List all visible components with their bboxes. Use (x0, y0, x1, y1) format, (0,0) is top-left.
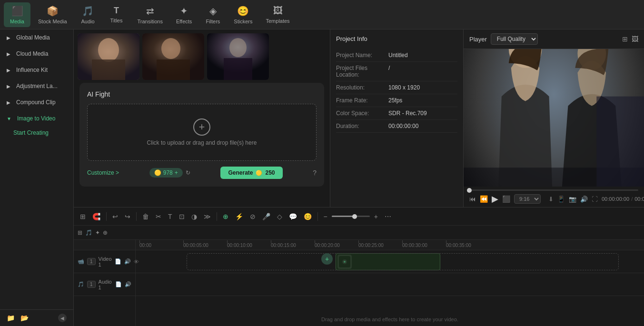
zoom-in-button[interactable]: + (372, 211, 380, 222)
progress-bar[interactable] (469, 189, 638, 191)
upload-area[interactable]: + Click to upload or drag and drop file(… (87, 104, 317, 161)
nav-item-templates[interactable]: 🖼 Templates (260, 2, 295, 27)
upload-icon: + (193, 119, 210, 136)
grid-layout-button[interactable]: ⊞ (78, 211, 88, 222)
video-volume-icon[interactable]: 🔊 (124, 258, 131, 265)
nav-item-audio[interactable]: 🎵 Audio (75, 2, 101, 27)
add-fx-button[interactable]: ✦ (95, 229, 100, 236)
mask-button[interactable]: ◑ (189, 211, 199, 222)
chevron-icon: ▶ (7, 100, 10, 105)
cut-button[interactable]: ✂ (153, 211, 164, 222)
sidebar-item-adjustment-la[interactable]: ▶ Adjustment La... (0, 78, 73, 94)
sidebar-item-compound-clip[interactable]: ▶ Compound Clip (0, 94, 73, 110)
ai-panel-footer: Customize > 🟡 978 + ↻ Generate (87, 167, 317, 179)
media-thumb-1[interactable] (78, 33, 139, 80)
sidebar-item-cloud-media[interactable]: ▶ Cloud Media (0, 46, 73, 62)
magnet-button[interactable]: 🧲 (90, 211, 103, 222)
sidebar-item-image-to-video[interactable]: ▼ Image to Video (0, 110, 73, 127)
time-display: 00:00:00:00 / 00:00:02:00 (602, 196, 644, 202)
crop-button[interactable]: ⊡ (177, 211, 187, 222)
toolbar-divider-3 (217, 212, 217, 221)
sidebar-collapse-button[interactable]: ◀ (58, 314, 67, 322)
undo-button[interactable]: ↩ (110, 211, 120, 222)
ai-cut-button[interactable]: ⚡ (233, 211, 246, 222)
nav-item-stock-media[interactable]: 📦 Stock Media (32, 2, 73, 27)
text-button[interactable]: T (166, 211, 175, 222)
ruler-spacer (74, 240, 135, 250)
thumb-image-1 (78, 33, 139, 80)
nav-item-effects[interactable]: ✦ Effects (170, 2, 198, 27)
titles-icon: T (114, 6, 119, 16)
nav-item-filters[interactable]: ◈ Filters (199, 2, 226, 27)
quality-select[interactable]: Full Quality (491, 33, 538, 45)
caption-button[interactable]: 💬 (287, 211, 299, 222)
nav-label-audio: Audio (81, 19, 94, 24)
drop-text-overlay: Drag and drop media and effects here to … (136, 313, 644, 326)
media-thumb-2[interactable] (142, 33, 204, 80)
sidebar-item-global-media[interactable]: ▶ Global Media (0, 30, 73, 46)
toolbar-divider-2 (136, 212, 137, 221)
info-row-name: Project Name: Untitled (336, 49, 457, 62)
info-label-resolution: Resolution: (336, 84, 388, 91)
audio-volume-icon[interactable]: 🔊 (125, 281, 131, 287)
add-special-button[interactable]: ⊕ (103, 229, 108, 236)
media-content-area: AI Fight + Click to upload or drag and d… (74, 30, 330, 207)
nav-label-media: Media (10, 19, 24, 24)
fullscreen-icon[interactable]: ⛶ (592, 196, 598, 203)
sidebar-item-influence-kit[interactable]: ▶ Influence Kit (0, 62, 73, 78)
credits-value: 978 (163, 169, 173, 176)
grid-view-icon[interactable]: ⊞ (622, 35, 628, 43)
voice-button[interactable]: 🎤 (260, 211, 273, 222)
timeline-area: 📹 1 Video 1 📄 🔊 👁 🎵 1 Audio 1 📄 🔊 (74, 240, 644, 326)
sidebar-label-compound-clip: Compound Clip (16, 99, 56, 106)
nav-item-stickers[interactable]: 😊 Stickers (228, 2, 258, 27)
stop-button[interactable]: ⬛ (502, 195, 510, 203)
zoom-out-button[interactable]: − (321, 211, 330, 222)
skip-back-button[interactable]: ⏮ (469, 195, 476, 203)
timeline-ruler: 00:00 00:00:05:00 00:00:10:00 00:00:15:0… (136, 240, 644, 250)
aspect-ratio-select[interactable]: 9:16 (514, 194, 541, 204)
add-audio-track-button[interactable]: 🎵 (85, 229, 92, 236)
add-video-track-button[interactable]: ⊞ (78, 229, 82, 236)
keyframe-button[interactable]: ◇ (275, 211, 285, 222)
player-video-frame (464, 49, 644, 187)
play-button[interactable]: ▶ (492, 194, 498, 204)
greenscreen-button[interactable]: ⊕ (220, 211, 231, 222)
info-value-name: Untitled (388, 52, 408, 59)
customize-button[interactable]: Customize > (87, 169, 119, 176)
camera-icon[interactable]: 📷 (569, 196, 576, 203)
new-folder-icon[interactable]: 📁 (7, 314, 15, 322)
ruler-tick-5 (358, 240, 359, 243)
snapshot-icon[interactable]: 🖼 (632, 35, 638, 43)
detach-button[interactable]: ⊘ (248, 211, 258, 222)
sidebar-sub-start-creating[interactable]: Start Creating (0, 127, 73, 139)
add-clip-button[interactable]: + (321, 253, 333, 265)
nav-label-filters: Filters (206, 19, 220, 24)
generate-button[interactable]: Generate 🟡 250 (220, 167, 282, 179)
zoom-slider[interactable] (332, 216, 370, 217)
nav-label-stickers: Stickers (234, 19, 252, 24)
help-icon[interactable]: ? (313, 169, 317, 177)
frame-back-button[interactable]: ⏪ (480, 195, 488, 203)
sticker-button[interactable]: 😊 (301, 211, 314, 222)
delete-button[interactable]: 🗑 (140, 211, 151, 222)
nav-item-transitions[interactable]: ⇄ Transitions (132, 2, 168, 27)
info-row-resolution: Resolution: 1080 x 1920 (336, 81, 457, 94)
redo-button[interactable]: ↪ (122, 211, 133, 222)
info-label-framerate: Frame Rate: (336, 97, 388, 104)
refresh-icon[interactable]: ↻ (186, 169, 190, 176)
ruler-tick-6 (402, 240, 403, 243)
audio-icon: 🎵 (82, 5, 94, 17)
svg-rect-8 (224, 58, 252, 80)
import-icon[interactable]: 📂 (20, 314, 29, 322)
media-thumb-3[interactable] (207, 33, 269, 80)
thumb-image-2 (142, 33, 204, 80)
nav-item-media[interactable]: ⬛ Media (4, 2, 30, 27)
more-button-2[interactable]: ⋯ (382, 211, 394, 222)
nav-item-titles[interactable]: T Titles (103, 3, 130, 26)
more-button-1[interactable]: ≫ (201, 211, 213, 222)
export-icon[interactable]: ⬇ (548, 196, 554, 203)
device-icon[interactable]: 📱 (557, 196, 565, 203)
volume-icon[interactable]: 🔊 (580, 196, 588, 203)
credits-add-button[interactable]: + (175, 169, 178, 176)
